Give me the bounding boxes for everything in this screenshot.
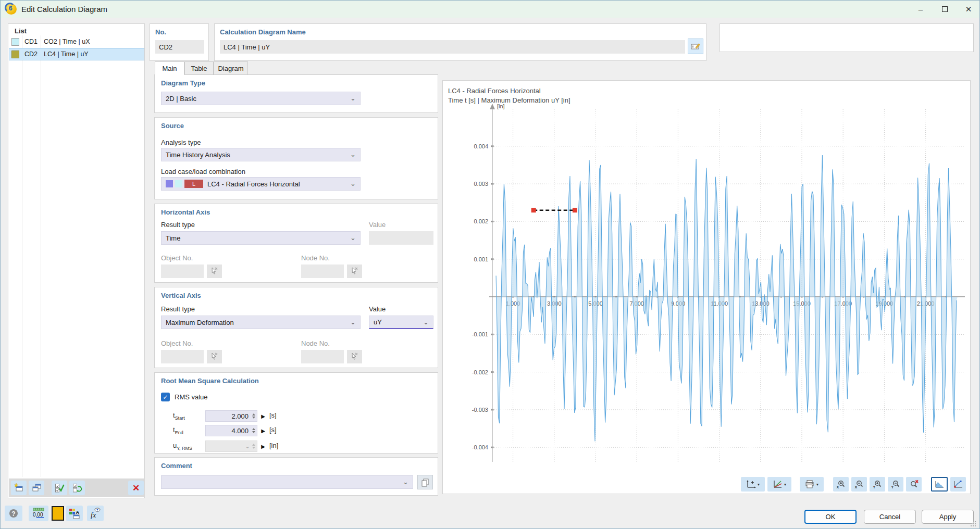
close-button-icon[interactable]: ✕ [957,1,980,18]
v-object-no-label: Object No. [161,339,193,347]
v-node-pick-button[interactable] [347,350,362,363]
loadcase-type-badge: L [184,180,203,188]
maximize-button-icon[interactable] [933,1,957,18]
h-value-field-disabled [369,231,433,245]
resize-grip[interactable] [969,520,977,527]
zoom-x-in-button[interactable]: X [833,477,849,492]
rms-checkbox-checked[interactable]: ✓ [161,393,170,401]
name-panel: Calculation Diagram Name LC4 | Time | uY [214,23,706,61]
title-bar: Edit Calculation Diagram – ✕ [1,1,980,18]
help-button[interactable]: ? [5,506,22,521]
list-item-cd1[interactable]: CD1 CO2 | Time | uX [9,35,144,48]
diagram-type-value: 2D | Basic [166,95,196,103]
tstart-field[interactable]: 2.000 [205,410,257,422]
horizontal-axis-section: Horizontal Axis Result type Value Time ⌄… [154,204,438,283]
tend-field[interactable]: 4.000 [205,425,257,436]
pick-cursor-icon [210,352,219,361]
cancel-button[interactable]: Cancel [864,510,916,524]
tend-label: tEnd [173,426,183,435]
loadcase-dropdown[interactable]: L LC4 - Radial Forces Horizontal ⌄ [161,177,361,191]
print-chart-button[interactable]: ▼ [800,477,824,492]
list-panel: List CD1 CO2 | Time | uX CD2 LC4 | Time … [8,23,145,498]
spinner-icon[interactable] [250,428,257,433]
name-input[interactable]: LC4 | Time | uY [220,40,685,54]
diagram-type-section: Diagram Type 2D | Basic ⌄ [154,74,438,113]
pick-cursor-icon [350,352,359,361]
tab-diagram[interactable]: Diagram [214,61,248,74]
uy-rms-label: uY, RMS [173,442,192,451]
tstart-pick-arrow-button[interactable]: ▶ [259,410,267,422]
chevron-down-icon: ⌄ [350,96,356,101]
no-label: No. [155,28,166,36]
spinner-icon[interactable] [250,413,257,419]
style-area-button[interactable] [931,477,948,492]
svg-text:X: X [855,485,858,489]
analysis-type-value: Time History Analysis [166,151,230,159]
list-header: List [15,27,27,35]
analysis-type-dropdown[interactable]: Time History Analysis ⌄ [161,148,361,161]
copy-icon [420,477,430,487]
style-line-button[interactable] [950,477,966,492]
edit-calculation-diagram-dialog: { "window": { "title": "Edit Calculation… [0,0,980,529]
list-toolbar: ✕ [9,478,144,497]
axis-scale-button[interactable]: ▼ [767,477,791,492]
h-object-no-field-disabled [161,264,204,278]
comment-copy-button[interactable] [417,475,433,489]
list-item-cd2-selected[interactable]: CD2 LC4 | Time | uY [9,48,144,60]
zoom-y-out-icon: Y [890,480,901,489]
update-diagrams-button[interactable] [69,481,85,495]
zoom-y-in-button[interactable]: Y [870,477,885,492]
chevron-down-icon: ▼ [784,483,787,486]
svg-text:[in]: [in] [497,103,505,109]
svg-text:0.001: 0.001 [474,256,488,262]
tab-table[interactable]: Table [184,61,214,74]
tend-unit: [s] [269,426,277,434]
line-chart-icon [953,480,963,489]
diagram-type-header: Diagram Type [161,79,205,87]
comment-combobox[interactable]: ⌄ [161,475,413,489]
display-properties-button[interactable]: A [66,506,83,521]
svg-text:Y: Y [891,485,894,489]
zoom-x-out-button[interactable]: X [851,477,867,492]
item-id: CD2 [24,51,42,58]
rms-header: Root Mean Square Calculation [161,377,259,385]
item-label: LC4 | Time | uY [44,51,89,58]
h-result-type-dropdown[interactable]: Time ⌄ [161,231,361,245]
check-all-diagrams-button[interactable] [52,481,67,495]
app-logo-icon [6,4,17,15]
minimize-button-icon[interactable]: – [909,1,933,18]
edit-formula-button[interactable]: fx [87,506,104,521]
ok-button[interactable]: OK [804,510,857,524]
tend-pick-arrow-button[interactable]: ▶ [259,425,267,436]
zoom-y-out-button[interactable]: Y [888,477,903,492]
uy-rms-pick-arrow-button[interactable]: ▶ [259,440,267,452]
source-section: Source Analysis type Time History Analys… [154,117,438,199]
h-object-pick-button[interactable] [207,264,222,278]
v-result-type-value: Maximum Deformation [166,319,234,326]
chart-svg[interactable]: 0.0040.0030.0020.001-0.001-0.002-0.003-0… [443,81,970,494]
chevron-down-icon: ⌄ [350,320,356,325]
h-node-pick-button[interactable] [347,264,362,278]
v-object-no-field-disabled [161,350,204,363]
loadcase-value: LC4 - Radial Forces Horizontal [207,180,300,188]
v-value-dropdown[interactable]: uY ⌄ [369,316,433,329]
chevron-down-icon: ⌄ [245,444,250,448]
tab-bar: Main Table Diagram [154,61,438,75]
delete-diagram-button[interactable]: ✕ [128,481,144,495]
rename-button[interactable] [688,39,703,54]
copy-diagram-button[interactable] [29,481,44,495]
v-result-type-dropdown[interactable]: Maximum Deformation ⌄ [161,316,361,329]
h-node-no-label: Node No. [301,254,330,262]
v-node-no-label: Node No. [301,339,330,347]
zoom-reset-button[interactable] [906,477,922,492]
diagram-type-dropdown[interactable]: 2D | Basic ⌄ [161,92,361,105]
rms-checkbox-row: ✓ RMS value [161,393,208,401]
tab-main[interactable]: Main [155,61,184,75]
new-diagram-button[interactable] [11,481,27,495]
v-object-pick-button[interactable] [207,350,222,363]
background-color-swatch[interactable] [52,506,64,521]
apply-button[interactable]: Apply [922,510,974,524]
axis-add-button[interactable]: ▼ [741,477,765,492]
uy-rms-field-disabled: ⌄ [205,440,257,452]
decimal-places-button[interactable]: 0,00 [29,506,48,521]
